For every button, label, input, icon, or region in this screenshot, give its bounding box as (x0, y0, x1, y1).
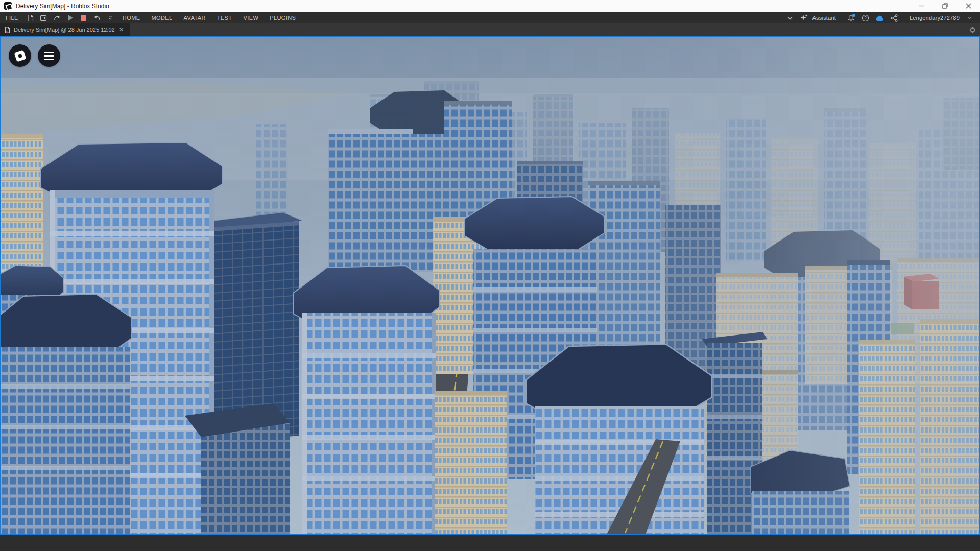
minimize-icon[interactable] (910, 0, 933, 12)
hamburger-menu-icon (44, 52, 54, 60)
settings-gear-icon[interactable] (969, 26, 976, 34)
roblox-studio-window: Delivery Sim[Map] - Roblox Studio FILE (0, 0, 980, 551)
menu-avatar[interactable]: AVATAR (178, 12, 211, 23)
window-title: Delivery Sim[Map] - Roblox Studio (16, 3, 109, 10)
open-file-icon[interactable] (37, 12, 51, 23)
svg-text:?: ? (864, 15, 867, 20)
menu-home[interactable]: HOME (117, 12, 146, 23)
username-label[interactable]: Lengendary272789 (910, 15, 960, 21)
stop-icon[interactable] (77, 12, 90, 23)
assistant-label[interactable]: Assistant (812, 15, 836, 21)
hamburger-menu-button[interactable] (38, 44, 60, 67)
notifications-bell-icon[interactable] (845, 12, 857, 23)
user-dropdown-chevron-icon[interactable] (964, 12, 976, 23)
menu-plugins[interactable]: PLUGINS (264, 12, 301, 23)
restore-icon[interactable] (933, 0, 957, 12)
menu-bar: FILE HOME MODEL AVATAR TEST VIEW PLUGINS (0, 12, 980, 23)
status-bar (0, 535, 980, 551)
play-icon[interactable] (64, 12, 77, 23)
roblox-logo-icon (14, 50, 26, 62)
cloud-sync-icon[interactable] (874, 12, 886, 23)
title-bar: Delivery Sim[Map] - Roblox Studio (0, 0, 980, 12)
menu-view[interactable]: VIEW (237, 12, 264, 23)
city-scene (1, 37, 979, 534)
new-file-icon[interactable] (24, 12, 37, 23)
undo-icon[interactable] (90, 12, 104, 23)
3d-viewport[interactable] (0, 36, 980, 535)
collapse-chevron-icon[interactable] (784, 12, 796, 23)
share-icon[interactable] (888, 12, 900, 23)
roblox-logo-button[interactable] (9, 44, 31, 67)
place-tab[interactable]: Delivery Sim[Map] @ 28 Jun 2025 12:02 ✕ (0, 23, 130, 36)
menu-file[interactable]: FILE (0, 12, 24, 23)
place-file-icon (5, 27, 10, 33)
notification-badge (852, 14, 855, 17)
assistant-sparkle-icon[interactable] (798, 12, 810, 23)
tab-label: Delivery Sim[Map] @ 28 Jun 2025 12:02 (14, 27, 115, 33)
close-icon[interactable] (957, 0, 980, 12)
roblox-studio-app-icon (4, 2, 12, 10)
redo-icon[interactable] (51, 12, 64, 23)
menu-test[interactable]: TEST (211, 12, 238, 23)
tab-close-icon[interactable]: ✕ (118, 27, 125, 33)
help-icon[interactable]: ? (859, 12, 872, 23)
toolbar-more-chevron-icon[interactable] (104, 12, 117, 23)
tab-bar: Delivery Sim[Map] @ 28 Jun 2025 12:02 ✕ (0, 23, 980, 36)
menu-model[interactable]: MODEL (146, 12, 178, 23)
